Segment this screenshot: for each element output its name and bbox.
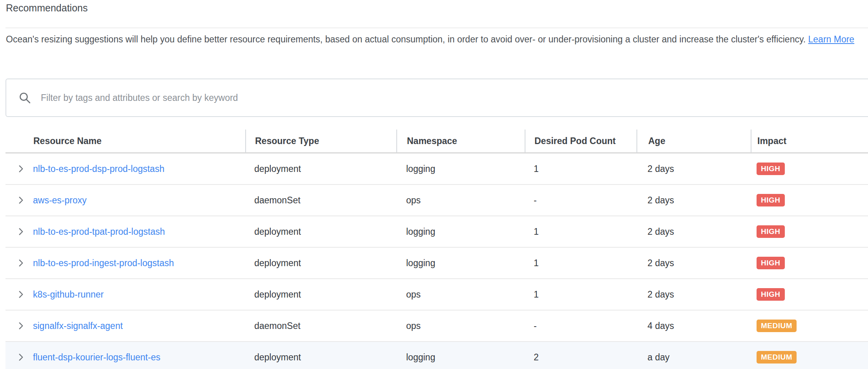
impact-cell: HIGH (751, 163, 868, 175)
resource-name-link[interactable]: nlb-to-es-prod-tpat-prod-logstash (33, 227, 165, 237)
resource-name-link[interactable]: fluent-dsp-kourier-logs-fluent-es (33, 352, 160, 363)
namespace-cell: logging (396, 164, 525, 174)
table-row[interactable]: signalfx-signalfx-agent daemonSet ops - … (5, 311, 868, 342)
column-header[interactable]: Age (636, 130, 751, 152)
namespace-cell: ops (396, 321, 525, 331)
age-cell: 2 days (636, 258, 751, 269)
resource-type-cell: deployment (245, 289, 396, 300)
pod-count-cell: - (525, 195, 636, 206)
age-cell: 2 days (636, 195, 751, 206)
resource-name-cell: nlb-to-es-prod-ingest-prod-logstash (5, 258, 245, 269)
age-cell: 4 days (636, 321, 751, 331)
table-row[interactable]: nlb-to-es-prod-tpat-prod-logstash deploy… (5, 216, 868, 248)
resource-name-cell: nlb-to-es-prod-tpat-prod-logstash (5, 227, 245, 237)
chevron-right-icon[interactable] (16, 289, 26, 300)
impact-badge: MEDIUM (757, 351, 797, 364)
resource-name-link[interactable]: signalfx-signalfx-agent (33, 321, 123, 331)
resource-name-cell: aws-es-proxy (5, 195, 245, 206)
chevron-right-icon[interactable] (16, 164, 26, 174)
pod-count-cell: 2 (525, 352, 636, 363)
column-header[interactable]: Impact (751, 130, 868, 152)
age-cell: 2 days (636, 289, 751, 300)
impact-badge: MEDIUM (757, 320, 797, 332)
column-header[interactable]: Resource Type (245, 130, 396, 152)
filter-search-input[interactable] (40, 92, 868, 104)
resource-name-cell: k8s-github-runner (5, 289, 245, 300)
impact-badge: HIGH (757, 257, 785, 269)
chevron-right-icon[interactable] (16, 352, 26, 362)
resource-type-cell: deployment (245, 258, 396, 269)
impact-cell: MEDIUM (751, 351, 868, 364)
resource-name-link[interactable]: nlb-to-es-prod-dsp-prod-logstash (33, 164, 164, 174)
age-cell: 2 days (636, 227, 751, 237)
resource-name-link[interactable]: k8s-github-runner (33, 289, 104, 300)
learn-more-link[interactable]: Learn More (808, 34, 855, 44)
age-cell: 2 days (636, 164, 751, 174)
title-divider (5, 27, 868, 28)
description-text: Ocean's resizing suggestions will help y… (6, 32, 865, 47)
namespace-cell: logging (396, 227, 525, 237)
column-header[interactable]: Desired Pod Count (525, 130, 636, 152)
namespace-cell: ops (396, 195, 525, 206)
namespace-cell: logging (396, 258, 525, 269)
impact-cell: HIGH (751, 288, 868, 301)
namespace-cell: ops (396, 289, 525, 300)
table-body: nlb-to-es-prod-dsp-prod-logstash deploym… (5, 153, 868, 369)
table-row[interactable]: fluent-dsp-kourier-logs-fluent-es deploy… (5, 342, 868, 369)
table-row[interactable]: nlb-to-es-prod-ingest-prod-logstash depl… (5, 248, 868, 279)
impact-badge: HIGH (757, 194, 785, 206)
chevron-right-icon[interactable] (16, 195, 26, 205)
search-icon (18, 91, 31, 104)
column-header[interactable]: Namespace (396, 130, 525, 152)
resource-name-link[interactable]: nlb-to-es-prod-ingest-prod-logstash (33, 258, 174, 269)
pod-count-cell: 1 (525, 227, 636, 237)
recommendations-table: Resource NameResource TypeNamespaceDesir… (5, 122, 868, 369)
impact-cell: MEDIUM (751, 320, 868, 332)
table-header-row: Resource NameResource TypeNamespaceDesir… (5, 122, 868, 153)
page-title: Recommendations (6, 2, 88, 14)
age-cell: a day (636, 352, 751, 363)
description-body: Ocean's resizing suggestions will help y… (6, 34, 806, 44)
impact-cell: HIGH (751, 257, 868, 269)
impact-cell: HIGH (751, 194, 868, 206)
resource-type-cell: deployment (245, 227, 396, 237)
impact-badge: HIGH (757, 225, 785, 238)
table-row[interactable]: nlb-to-es-prod-dsp-prod-logstash deploym… (5, 153, 868, 185)
filter-search-box[interactable] (5, 79, 868, 117)
resource-type-cell: daemonSet (245, 195, 396, 206)
impact-badge: HIGH (757, 163, 785, 175)
pod-count-cell: - (525, 321, 636, 331)
resource-name-cell: fluent-dsp-kourier-logs-fluent-es (5, 352, 245, 363)
chevron-right-icon[interactable] (16, 258, 26, 268)
resource-type-cell: deployment (245, 352, 396, 363)
pod-count-cell: 1 (525, 164, 636, 174)
resource-name-cell: nlb-to-es-prod-dsp-prod-logstash (5, 164, 245, 174)
impact-badge: HIGH (757, 288, 785, 301)
pod-count-cell: 1 (525, 258, 636, 269)
resource-type-cell: deployment (245, 164, 396, 174)
resource-name-link[interactable]: aws-es-proxy (33, 195, 87, 206)
table-row[interactable]: k8s-github-runner deployment ops 1 2 day… (5, 279, 868, 311)
resource-name-cell: signalfx-signalfx-agent (5, 321, 245, 331)
namespace-cell: logging (396, 352, 525, 363)
column-header[interactable]: Resource Name (5, 130, 245, 152)
pod-count-cell: 1 (525, 289, 636, 300)
impact-cell: HIGH (751, 225, 868, 238)
resource-type-cell: daemonSet (245, 321, 396, 331)
chevron-right-icon[interactable] (16, 321, 26, 331)
table-row[interactable]: aws-es-proxy daemonSet ops - 2 days HIGH (5, 185, 868, 216)
chevron-right-icon[interactable] (16, 227, 26, 237)
